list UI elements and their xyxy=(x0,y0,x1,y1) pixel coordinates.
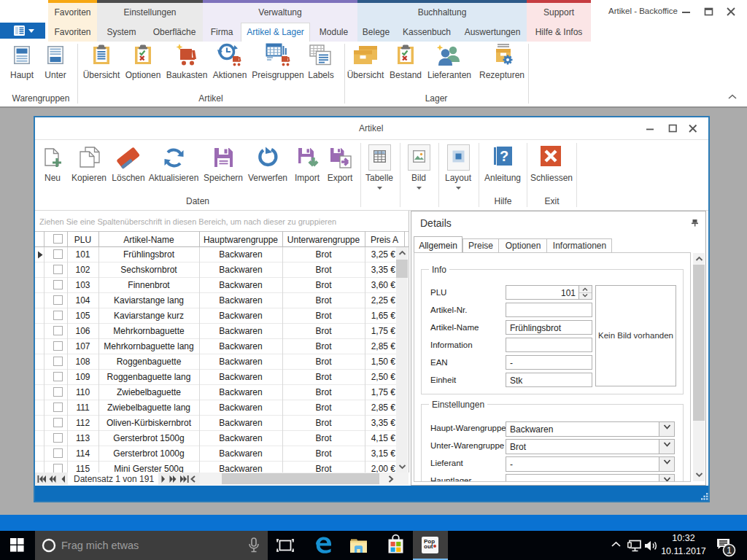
svg-text:?: ? xyxy=(500,148,508,164)
svg-text:1: 1 xyxy=(727,545,732,556)
